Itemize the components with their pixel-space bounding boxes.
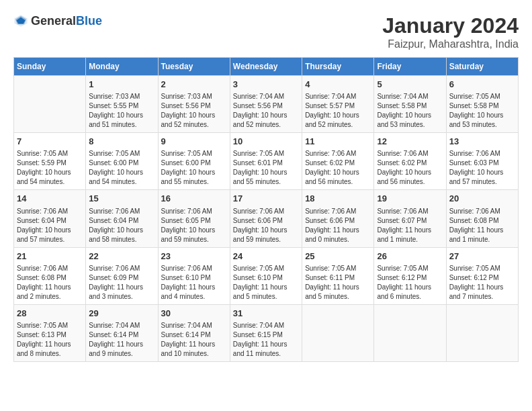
logo-general-text: General <box>31 14 76 28</box>
day-info: Sunrise: 7:06 AM Sunset: 6:03 PM Dayligh… <box>449 149 515 187</box>
calendar-cell: 4Sunrise: 7:04 AM Sunset: 5:57 PM Daylig… <box>302 76 374 133</box>
calendar-week-row: 28Sunrise: 7:05 AM Sunset: 6:13 PM Dayli… <box>14 304 519 361</box>
calendar-cell: 21Sunrise: 7:06 AM Sunset: 6:08 PM Dayli… <box>14 247 86 304</box>
day-info: Sunrise: 7:06 AM Sunset: 6:06 PM Dayligh… <box>305 207 371 244</box>
calendar-cell: 29Sunrise: 7:04 AM Sunset: 6:14 PM Dayli… <box>86 304 158 361</box>
day-info: Sunrise: 7:06 AM Sunset: 6:07 PM Dayligh… <box>377 207 443 244</box>
day-number: 13 <box>449 136 515 148</box>
calendar-cell: 6Sunrise: 7:05 AM Sunset: 5:58 PM Daylig… <box>446 76 518 133</box>
day-number: 16 <box>161 193 227 205</box>
day-info: Sunrise: 7:06 AM Sunset: 6:05 PM Dayligh… <box>161 207 227 244</box>
logo-icon <box>13 13 28 28</box>
logo-blue-text: Blue <box>76 14 102 28</box>
column-header-saturday: Saturday <box>446 58 518 76</box>
calendar-cell: 13Sunrise: 7:06 AM Sunset: 6:03 PM Dayli… <box>446 133 518 190</box>
calendar-cell: 5Sunrise: 7:04 AM Sunset: 5:58 PM Daylig… <box>374 76 446 133</box>
day-number: 29 <box>89 308 154 320</box>
day-info: Sunrise: 7:05 AM Sunset: 6:11 PM Dayligh… <box>305 264 371 302</box>
day-number: 27 <box>449 250 515 263</box>
day-number: 30 <box>161 308 227 320</box>
day-number: 17 <box>233 193 299 205</box>
day-info: Sunrise: 7:04 AM Sunset: 5:58 PM Dayligh… <box>377 92 443 130</box>
day-info: Sunrise: 7:06 AM Sunset: 6:04 PM Dayligh… <box>89 207 154 244</box>
day-info: Sunrise: 7:03 AM Sunset: 5:55 PM Dayligh… <box>89 92 154 130</box>
day-number: 8 <box>89 136 154 148</box>
day-number: 5 <box>377 79 443 91</box>
calendar-cell: 24Sunrise: 7:05 AM Sunset: 6:10 PM Dayli… <box>230 247 302 304</box>
day-number: 10 <box>233 136 299 148</box>
calendar-cell: 23Sunrise: 7:06 AM Sunset: 6:10 PM Dayli… <box>158 247 230 304</box>
column-header-friday: Friday <box>374 58 446 76</box>
calendar-cell: 11Sunrise: 7:06 AM Sunset: 6:02 PM Dayli… <box>302 133 374 190</box>
calendar-cell: 16Sunrise: 7:06 AM Sunset: 6:05 PM Dayli… <box>158 190 230 247</box>
day-number: 24 <box>233 250 299 263</box>
calendar-cell: 18Sunrise: 7:06 AM Sunset: 6:06 PM Dayli… <box>302 190 374 247</box>
header: General Blue January 2024 Faizpur, Mahar… <box>13 13 519 50</box>
calendar-title: January 2024 <box>382 13 519 38</box>
day-number: 7 <box>17 136 83 148</box>
calendar-cell: 28Sunrise: 7:05 AM Sunset: 6:13 PM Dayli… <box>14 304 86 361</box>
column-header-tuesday: Tuesday <box>158 58 230 76</box>
day-number: 15 <box>89 193 154 205</box>
calendar-header-row: SundayMondayTuesdayWednesdayThursdayFrid… <box>14 58 519 76</box>
day-info: Sunrise: 7:06 AM Sunset: 6:08 PM Dayligh… <box>17 264 83 302</box>
calendar-cell: 7Sunrise: 7:05 AM Sunset: 5:59 PM Daylig… <box>14 133 86 190</box>
calendar-cell: 12Sunrise: 7:06 AM Sunset: 6:02 PM Dayli… <box>374 133 446 190</box>
day-info: Sunrise: 7:05 AM Sunset: 6:00 PM Dayligh… <box>89 149 154 187</box>
day-number: 31 <box>233 308 299 320</box>
calendar-cell <box>374 304 446 361</box>
day-number: 4 <box>305 79 371 91</box>
day-info: Sunrise: 7:05 AM Sunset: 6:12 PM Dayligh… <box>449 264 515 302</box>
calendar-cell: 27Sunrise: 7:05 AM Sunset: 6:12 PM Dayli… <box>446 247 518 304</box>
calendar-cell: 17Sunrise: 7:06 AM Sunset: 6:06 PM Dayli… <box>230 190 302 247</box>
column-header-monday: Monday <box>86 58 158 76</box>
calendar-cell <box>302 304 374 361</box>
day-number: 28 <box>17 308 83 320</box>
day-info: Sunrise: 7:06 AM Sunset: 6:08 PM Dayligh… <box>449 207 515 244</box>
calendar-cell: 10Sunrise: 7:05 AM Sunset: 6:01 PM Dayli… <box>230 133 302 190</box>
day-number: 20 <box>449 193 515 205</box>
calendar-cell: 14Sunrise: 7:06 AM Sunset: 6:04 PM Dayli… <box>14 190 86 247</box>
day-info: Sunrise: 7:06 AM Sunset: 6:10 PM Dayligh… <box>161 264 227 302</box>
day-info: Sunrise: 7:04 AM Sunset: 5:57 PM Dayligh… <box>305 92 371 130</box>
day-info: Sunrise: 7:04 AM Sunset: 6:14 PM Dayligh… <box>89 321 154 359</box>
day-info: Sunrise: 7:05 AM Sunset: 6:01 PM Dayligh… <box>233 149 299 187</box>
calendar-week-row: 21Sunrise: 7:06 AM Sunset: 6:08 PM Dayli… <box>14 247 519 304</box>
calendar-cell: 3Sunrise: 7:04 AM Sunset: 5:56 PM Daylig… <box>230 76 302 133</box>
day-info: Sunrise: 7:04 AM Sunset: 6:15 PM Dayligh… <box>233 321 299 359</box>
day-number: 12 <box>377 136 443 148</box>
calendar-week-row: 1Sunrise: 7:03 AM Sunset: 5:55 PM Daylig… <box>14 76 519 133</box>
day-number: 21 <box>17 250 83 263</box>
calendar-table: SundayMondayTuesdayWednesdayThursdayFrid… <box>13 57 519 362</box>
day-number: 6 <box>449 79 515 91</box>
day-number: 14 <box>17 193 83 205</box>
day-info: Sunrise: 7:05 AM Sunset: 6:10 PM Dayligh… <box>233 264 299 302</box>
day-info: Sunrise: 7:05 AM Sunset: 6:12 PM Dayligh… <box>377 264 443 302</box>
logo: General Blue <box>13 13 102 28</box>
calendar-cell: 8Sunrise: 7:05 AM Sunset: 6:00 PM Daylig… <box>86 133 158 190</box>
calendar-cell <box>446 304 518 361</box>
day-number: 3 <box>233 79 299 91</box>
day-number: 23 <box>161 250 227 263</box>
calendar-cell: 25Sunrise: 7:05 AM Sunset: 6:11 PM Dayli… <box>302 247 374 304</box>
column-header-thursday: Thursday <box>302 58 374 76</box>
day-info: Sunrise: 7:04 AM Sunset: 5:56 PM Dayligh… <box>233 92 299 130</box>
calendar-cell: 19Sunrise: 7:06 AM Sunset: 6:07 PM Dayli… <box>374 190 446 247</box>
calendar-week-row: 14Sunrise: 7:06 AM Sunset: 6:04 PM Dayli… <box>14 190 519 247</box>
calendar-body: 1Sunrise: 7:03 AM Sunset: 5:55 PM Daylig… <box>14 76 519 362</box>
day-number: 1 <box>89 79 154 91</box>
day-info: Sunrise: 7:05 AM Sunset: 6:13 PM Dayligh… <box>17 321 83 359</box>
calendar-cell: 9Sunrise: 7:05 AM Sunset: 6:00 PM Daylig… <box>158 133 230 190</box>
day-info: Sunrise: 7:06 AM Sunset: 6:04 PM Dayligh… <box>17 207 83 244</box>
day-number: 26 <box>377 250 443 263</box>
day-info: Sunrise: 7:05 AM Sunset: 5:59 PM Dayligh… <box>17 149 83 187</box>
day-number: 9 <box>161 136 227 148</box>
day-number: 25 <box>305 250 371 263</box>
day-number: 11 <box>305 136 371 148</box>
day-info: Sunrise: 7:05 AM Sunset: 6:00 PM Dayligh… <box>161 149 227 187</box>
day-number: 18 <box>305 193 371 205</box>
calendar-cell: 26Sunrise: 7:05 AM Sunset: 6:12 PM Dayli… <box>374 247 446 304</box>
calendar-cell: 2Sunrise: 7:03 AM Sunset: 5:56 PM Daylig… <box>158 76 230 133</box>
day-number: 22 <box>89 250 154 263</box>
calendar-cell: 30Sunrise: 7:04 AM Sunset: 6:14 PM Dayli… <box>158 304 230 361</box>
